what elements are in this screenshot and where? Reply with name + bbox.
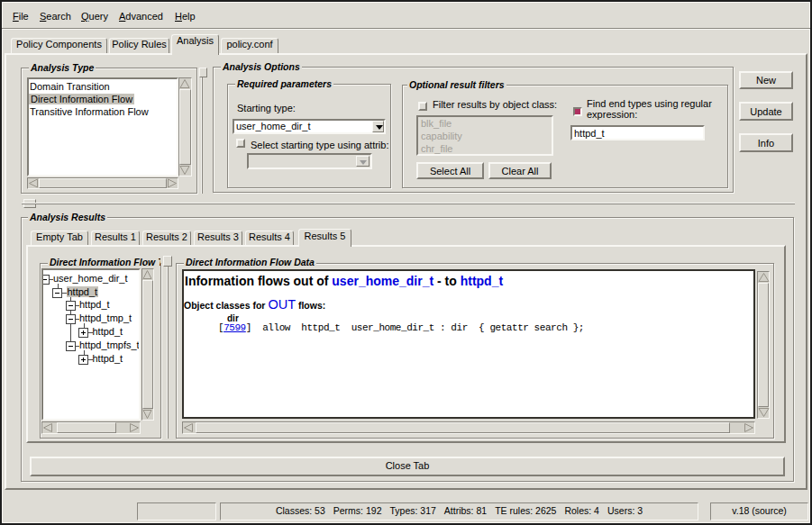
rule-id-link[interactable]: 7599 bbox=[224, 322, 246, 333]
tree-node-label[interactable]: httpd_tmpfs_t bbox=[79, 339, 140, 350]
scroll-right-icon[interactable] bbox=[129, 422, 140, 433]
tree-expander-minus-icon[interactable] bbox=[66, 341, 76, 351]
tree-node-label[interactable]: httpd_tmp_t bbox=[79, 312, 132, 323]
flow-data-title: Direct Information Flow Data bbox=[184, 257, 316, 267]
headline-mid: - to bbox=[433, 274, 461, 288]
scroll-up-icon[interactable] bbox=[142, 269, 153, 280]
rule-line: [7599] allow httpd_t user_home_dir_t : d… bbox=[218, 322, 584, 333]
page-content: Analysis Type Domain Transition Direct I… bbox=[2, 2, 812, 525]
flow-data-text[interactable]: Information flows out of user_home_dir_t… bbox=[182, 269, 755, 419]
scroll-trough[interactable] bbox=[730, 422, 744, 433]
subline-suffix: flows: bbox=[296, 300, 325, 311]
flow-tree[interactable]: user_home_dir_thttpd_thttpd_thttpd_tmp_t… bbox=[41, 268, 141, 421]
scroll-up-icon[interactable] bbox=[758, 272, 769, 283]
scroll-left-icon[interactable] bbox=[183, 422, 194, 433]
rule-text: ] allow httpd_t user_home_dir_t : dir { … bbox=[246, 322, 584, 333]
scroll-trough[interactable] bbox=[116, 422, 129, 433]
apol-window: File Search Query Advanced Help Policy C… bbox=[0, 0, 812, 525]
tree-node-label[interactable]: httpd_t bbox=[67, 286, 99, 297]
tree-expander-minus-icon[interactable] bbox=[66, 314, 76, 324]
tree-node-label[interactable]: httpd_t bbox=[93, 353, 123, 364]
close-tab-label: Close Tab bbox=[386, 460, 430, 471]
tree-expander-minus-icon[interactable] bbox=[41, 275, 50, 285]
scroll-thumb[interactable] bbox=[196, 422, 730, 433]
headline-prefix: Information flows out of bbox=[185, 274, 332, 288]
headline-target-type: httpd_t bbox=[461, 274, 503, 288]
flow-tree-vscrollbar[interactable] bbox=[141, 268, 154, 421]
tree-node-label[interactable]: user_home_dir_t bbox=[53, 273, 128, 284]
scroll-thumb[interactable] bbox=[758, 283, 769, 407]
subline-flow-direction: OUT bbox=[268, 297, 296, 312]
flow-tree-title: Direct Information Flow Tree bbox=[48, 257, 160, 267]
subline-prefix: Object classes for bbox=[184, 300, 268, 311]
scroll-right-icon[interactable] bbox=[744, 422, 754, 433]
scroll-left-icon[interactable] bbox=[42, 422, 53, 433]
flow-data-vscrollbar[interactable] bbox=[757, 271, 770, 419]
scroll-down-icon[interactable] bbox=[758, 407, 769, 418]
scroll-thumb[interactable] bbox=[57, 422, 116, 433]
results-sash[interactable] bbox=[167, 267, 169, 439]
flow-subline: Object classes for OUT flows: bbox=[184, 297, 325, 312]
headline-source-type: user_home_dir_t bbox=[332, 274, 433, 288]
tree-expander-plus-icon[interactable] bbox=[78, 328, 88, 338]
tree-expander-minus-icon[interactable] bbox=[52, 288, 62, 298]
tree-expander-plus-icon[interactable] bbox=[78, 355, 88, 365]
flow-tree-hscrollbar[interactable] bbox=[41, 421, 141, 434]
tree-node-label[interactable]: httpd_t bbox=[93, 326, 123, 337]
results-panel-content: Direct Information Flow Tree user_home_d… bbox=[2, 2, 812, 525]
scroll-down-icon[interactable] bbox=[142, 409, 153, 420]
tree-node-label[interactable]: httpd_t bbox=[79, 299, 110, 310]
tree-expander-minus-icon[interactable] bbox=[66, 301, 76, 311]
scroll-thumb[interactable] bbox=[142, 280, 153, 409]
close-tab-button[interactable]: Close Tab bbox=[30, 457, 785, 476]
results-sash-handle[interactable] bbox=[163, 256, 172, 267]
flow-headline: Information flows out of user_home_dir_t… bbox=[185, 274, 503, 288]
flow-data-hscrollbar[interactable] bbox=[182, 421, 755, 434]
